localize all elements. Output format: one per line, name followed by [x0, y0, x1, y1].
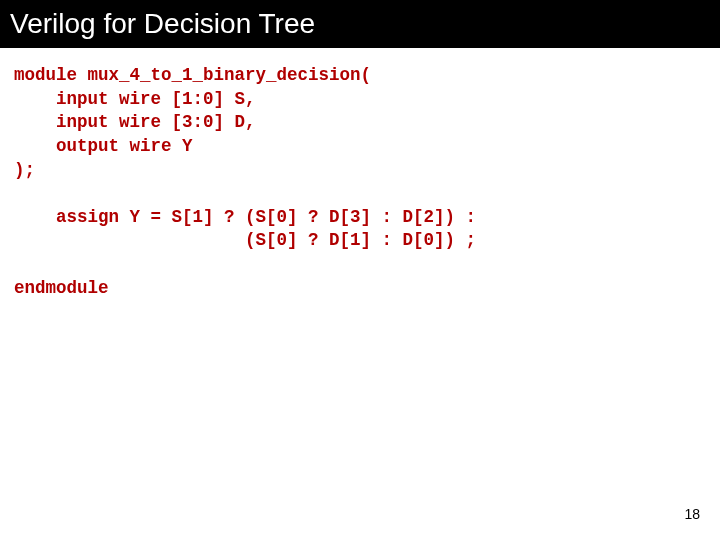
code-line: output wire Y — [14, 136, 193, 156]
code-line: input wire [3:0] D, — [14, 112, 256, 132]
code-line: ); — [14, 160, 35, 180]
code-line: module mux_4_to_1_binary_decision( — [14, 65, 371, 85]
code-line: assign Y = S[1] ? (S[0] ? D[3] : D[2]) : — [14, 207, 476, 227]
slide-title: Verilog for Decision Tree — [10, 8, 315, 40]
code-line: input wire [1:0] S, — [14, 89, 256, 109]
code-line: (S[0] ? D[1] : D[0]) ; — [14, 230, 476, 250]
code-block: module mux_4_to_1_binary_decision( input… — [0, 48, 720, 300]
page-number: 18 — [684, 506, 700, 522]
slide-title-bar: Verilog for Decision Tree — [0, 0, 720, 48]
code-line: endmodule — [14, 278, 109, 298]
